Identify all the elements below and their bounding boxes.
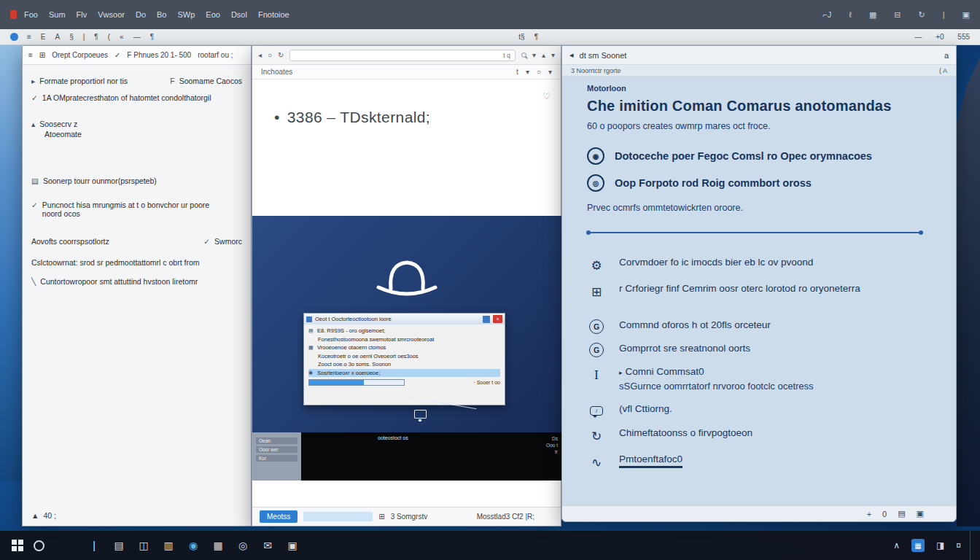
close-button[interactable]: ×	[493, 315, 502, 323]
search-input[interactable]	[289, 50, 515, 61]
format-icon[interactable]: §	[69, 33, 74, 41]
format-icon[interactable]: (	[108, 33, 110, 41]
dialog-row[interactable]: Koceotroetr o oe oernl Oveoeort oes3oos	[308, 352, 500, 361]
option-label[interactable]: Aovofts coorrspsotlortz	[31, 237, 109, 246]
back-icon[interactable]: ◂	[258, 51, 262, 59]
home-icon[interactable]: ○	[268, 51, 272, 59]
taskbar-app-icon[interactable]: ▦	[211, 540, 225, 551]
status-chip[interactable]: Meotss	[260, 510, 298, 523]
toolbar-icon[interactable]: ⌐J	[822, 10, 831, 19]
zoom-level[interactable]: 555	[957, 33, 970, 41]
menu-icon[interactable]: ▾	[551, 51, 555, 59]
toolbar-icon[interactable]: t	[516, 68, 518, 76]
chevron-down-icon[interactable]: ▾	[548, 68, 552, 76]
menu-item[interactable]: Do	[136, 10, 146, 19]
command-item[interactable]: ⊞ r Crforiegr finf Cemrim oosr oterc lor…	[587, 283, 938, 300]
breadcrumb[interactable]: Inchoates	[261, 68, 292, 76]
show-desktop-button[interactable]	[970, 531, 973, 560]
menu-item[interactable]: Vwsoor	[98, 10, 125, 19]
dialog-row-selected[interactable]: ◉ Sosrterloeoxr x ooeroeoe;	[308, 369, 500, 378]
taskbar-app-icon[interactable]: ▤	[112, 540, 126, 551]
toolbar-icon[interactable]: ≡	[28, 51, 33, 59]
tray-chevron-icon[interactable]: ∧	[893, 540, 900, 551]
help-button[interactable]	[483, 316, 490, 323]
format-icon[interactable]: ¶	[94, 33, 98, 41]
option-label[interactable]: Cslctoowrnat: srod sr pedmoottattomrl c …	[31, 258, 242, 267]
toolbar-tab[interactable]: Orept Corpoeues	[52, 51, 108, 59]
menu-item[interactable]: Sum	[49, 10, 66, 19]
option-item[interactable]: ▸ Formate proportiorl nor tis	[31, 77, 128, 85]
subheader-icons[interactable]: ( A	[939, 67, 947, 74]
option-checkbox[interactable]: ▤ Soonerp tourr ounmor(psrspeteb)	[31, 176, 242, 185]
menu-item[interactable]: Fnotoioe	[258, 10, 289, 19]
dialog-row[interactable]: ▤ E8. R9S9S - oro oglsemoet;	[308, 327, 500, 335]
format-icon[interactable]: ¶	[150, 33, 154, 41]
dialog-row[interactable]: Zooct ooe.o 3o soms. Soonon	[308, 360, 500, 369]
toolbar-icon[interactable]: ⊟	[894, 10, 901, 20]
dialog-row[interactable]: Fonesthostoomoona swemotoat smrcrooteoro…	[308, 335, 500, 344]
taskbar-app-icon[interactable]: |	[87, 540, 101, 551]
subheader-label[interactable]: 3 Noorrtctr rgorte	[571, 67, 621, 74]
format-icon[interactable]: ≡	[27, 33, 31, 41]
feature-bullet[interactable]: ◉ Dotoceche poer Fegoc Comsl ro Opec ory…	[587, 147, 938, 165]
option-subitem[interactable]: Atoeomate	[31, 130, 242, 139]
command-item[interactable]: ∿ Pmtoenftafoc0	[587, 454, 938, 471]
menu-item[interactable]: Dsol	[231, 10, 247, 19]
format-icon[interactable]: +0	[936, 33, 944, 41]
toolbar-icon[interactable]: ↻	[919, 10, 925, 20]
back-icon[interactable]: ◂	[569, 50, 574, 60]
chevron-down-icon[interactable]: ▾	[532, 51, 536, 59]
taskbar-app-icon[interactable]: ◎	[236, 540, 250, 551]
refresh-icon[interactable]: ↻	[278, 51, 284, 59]
menu-item[interactable]: Eoo	[206, 10, 220, 19]
format-icon[interactable]: t§	[518, 33, 524, 41]
format-icon[interactable]: —	[914, 33, 922, 41]
chevron-down-icon[interactable]: ▾	[526, 68, 529, 76]
format-icon[interactable]: |	[83, 33, 85, 41]
option-item[interactable]: ╲ Cuntortowropoor smt attuttind hvstoon …	[31, 277, 242, 286]
search-icon[interactable]	[521, 52, 526, 58]
option-checked[interactable]: ✓ 1A OMpratecresthaton of hatomtet condo…	[31, 93, 242, 102]
feature-bullet[interactable]: ◎ Oop Forpoto rod Roig commbort oross	[587, 174, 938, 192]
format-icon[interactable]: ¶	[534, 33, 538, 41]
format-icon[interactable]: —	[133, 33, 141, 41]
font-icon[interactable]: a	[944, 51, 949, 60]
command-item[interactable]: G Gomprrot sre sreatnonol oorts	[587, 343, 938, 357]
option-checked[interactable]: ✓ Puncnoct hisa mrungmis at t o bonvchor…	[31, 201, 242, 218]
volume-icon[interactable]: ¤	[956, 540, 961, 551]
menu-item[interactable]: SWp	[177, 10, 195, 19]
zoom-out-icon[interactable]: +	[867, 510, 871, 518]
format-icon[interactable]: E	[41, 33, 46, 41]
menu-item[interactable]: Bo	[157, 10, 166, 19]
toolbar-icon[interactable]: ▦	[869, 10, 876, 20]
checkbox-icon[interactable]: ▤	[31, 176, 39, 185]
start-button[interactable]	[12, 540, 23, 551]
toolbar-icon[interactable]: |	[943, 10, 945, 19]
option-expander[interactable]: ▴ Soosecrv z	[31, 120, 242, 128]
tray-app-icon[interactable]: ▦	[911, 539, 925, 552]
format-icon[interactable]: A	[55, 33, 61, 41]
toolbar-tab[interactable]: rootarf ou ;	[198, 51, 233, 59]
chevron-up-icon[interactable]: ▴	[542, 51, 545, 59]
option-checked[interactable]: ✓ Swmorc	[203, 237, 242, 246]
taskbar-app-icon[interactable]: ◫	[136, 540, 151, 551]
pages-icon[interactable]: ▣	[917, 509, 924, 518]
taskbar-app-icon[interactable]: ◉	[186, 540, 201, 551]
toolbar-icon[interactable]: ⊞	[39, 51, 45, 59]
format-icon[interactable]: «	[120, 33, 124, 41]
network-icon[interactable]: ◨	[936, 540, 944, 551]
taskbar-app-icon[interactable]: ▥	[161, 540, 176, 551]
menu-item[interactable]: Foo	[24, 10, 38, 19]
command-item[interactable]: ⚙ Corvmdoer fo ic imocds bier eb lc ov p…	[587, 257, 938, 274]
taskbar-app-icon[interactable]: ✉	[260, 540, 275, 551]
command-item[interactable]: / (vfl Cttiorng.	[587, 403, 938, 419]
layout-icon[interactable]: ▤	[898, 509, 905, 518]
search-button[interactable]	[34, 540, 44, 551]
toolbar-icon[interactable]: ▣	[962, 10, 970, 20]
command-item[interactable]: G Commnd oforos h ot 20fls orceteur	[587, 319, 938, 334]
circle-icon[interactable]: ○	[537, 68, 541, 76]
dialog-row[interactable]: ▦ Vrooeoenoe otaoern ctomos	[308, 343, 500, 352]
heart-icon[interactable]: ♡	[542, 91, 551, 101]
toolbar-icon[interactable]: ℓ	[849, 10, 852, 19]
command-item[interactable]: I ▸Comni Commsat0 sSGurnce oomrrtatorf n…	[587, 366, 938, 392]
